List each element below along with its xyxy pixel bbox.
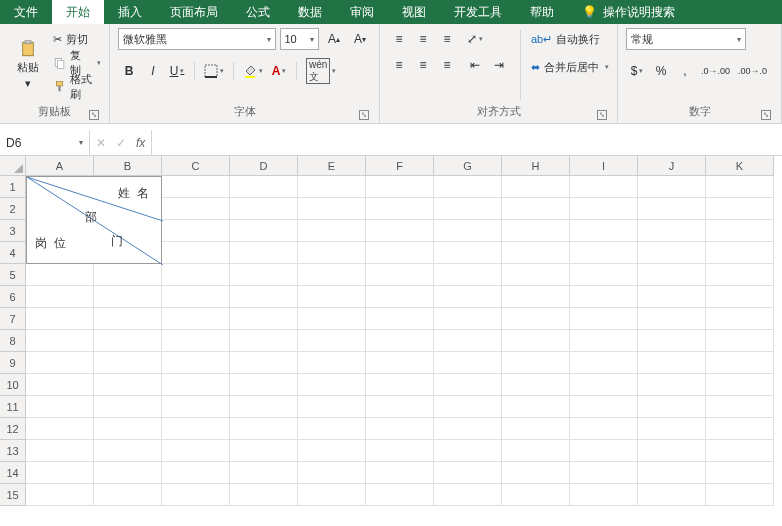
tab-review[interactable]: 审阅 <box>336 0 388 24</box>
cell[interactable] <box>94 484 162 506</box>
cell[interactable] <box>162 220 230 242</box>
col-header[interactable]: A <box>26 156 94 176</box>
cell[interactable] <box>298 396 366 418</box>
orientation-button[interactable]: ⤢▾ <box>464 28 486 50</box>
cell[interactable] <box>570 220 638 242</box>
align-middle-button[interactable]: ≡ <box>412 28 434 50</box>
cell[interactable] <box>26 374 94 396</box>
tell-me[interactable]: 💡操作说明搜索 <box>568 0 689 24</box>
cell[interactable] <box>638 352 706 374</box>
cell[interactable] <box>706 286 774 308</box>
cell[interactable] <box>298 374 366 396</box>
row-header[interactable]: 2 <box>0 198 26 220</box>
cell[interactable] <box>230 374 298 396</box>
cell[interactable] <box>706 352 774 374</box>
cell[interactable] <box>638 264 706 286</box>
cell[interactable] <box>502 396 570 418</box>
cell[interactable] <box>366 220 434 242</box>
cell[interactable] <box>366 286 434 308</box>
cell[interactable] <box>570 440 638 462</box>
cell[interactable] <box>706 440 774 462</box>
tab-formula[interactable]: 公式 <box>232 0 284 24</box>
tab-insert[interactable]: 插入 <box>104 0 156 24</box>
cell[interactable] <box>706 220 774 242</box>
cell[interactable] <box>230 242 298 264</box>
cell[interactable] <box>162 418 230 440</box>
cell[interactable] <box>26 330 94 352</box>
cell[interactable] <box>26 352 94 374</box>
cell[interactable] <box>366 264 434 286</box>
cell[interactable] <box>94 352 162 374</box>
increase-indent-button[interactable]: ⇥ <box>488 54 510 76</box>
underline-button[interactable]: U▾ <box>166 60 188 82</box>
cell[interactable] <box>434 330 502 352</box>
diagonal-header-cell[interactable]: 姓 名 部 门 岗 位 <box>26 176 162 264</box>
cell[interactable] <box>638 220 706 242</box>
cell[interactable] <box>502 198 570 220</box>
cell[interactable] <box>298 308 366 330</box>
cell[interactable] <box>638 308 706 330</box>
tab-view[interactable]: 视图 <box>388 0 440 24</box>
cell[interactable] <box>706 462 774 484</box>
cell[interactable] <box>298 418 366 440</box>
cell[interactable] <box>162 396 230 418</box>
cell[interactable] <box>366 242 434 264</box>
cell[interactable] <box>638 462 706 484</box>
cell[interactable] <box>570 308 638 330</box>
cell[interactable] <box>638 440 706 462</box>
cell[interactable] <box>298 484 366 506</box>
cell[interactable] <box>502 242 570 264</box>
decrease-indent-button[interactable]: ⇤ <box>464 54 486 76</box>
row-header[interactable]: 13 <box>0 440 26 462</box>
decrease-decimal-button[interactable]: .00→.0 <box>735 60 770 82</box>
row-header[interactable]: 15 <box>0 484 26 506</box>
dialog-launcher-icon[interactable]: ⤡ <box>597 110 607 120</box>
phonetic-button[interactable]: wén文▾ <box>303 60 339 82</box>
row-header[interactable]: 11 <box>0 396 26 418</box>
cell[interactable] <box>162 286 230 308</box>
cell[interactable] <box>162 198 230 220</box>
cell[interactable] <box>162 264 230 286</box>
cell[interactable] <box>94 286 162 308</box>
cell[interactable] <box>434 440 502 462</box>
cell[interactable] <box>434 198 502 220</box>
cut-button[interactable]: ✂剪切 <box>53 28 101 50</box>
cell[interactable] <box>366 198 434 220</box>
cell[interactable] <box>94 418 162 440</box>
cell[interactable] <box>26 484 94 506</box>
cell[interactable] <box>434 396 502 418</box>
row-header[interactable]: 6 <box>0 286 26 308</box>
cell[interactable] <box>570 264 638 286</box>
cell[interactable] <box>502 220 570 242</box>
bold-button[interactable]: B <box>118 60 140 82</box>
cell[interactable] <box>706 374 774 396</box>
cell[interactable] <box>706 396 774 418</box>
decrease-font-button[interactable]: A▾ <box>349 28 371 50</box>
paste-button[interactable]: 粘贴 ▾ <box>8 28 47 102</box>
cell[interactable] <box>230 308 298 330</box>
cell[interactable] <box>366 352 434 374</box>
col-header[interactable]: B <box>94 156 162 176</box>
cell[interactable] <box>230 330 298 352</box>
cell[interactable] <box>706 198 774 220</box>
cell[interactable] <box>638 484 706 506</box>
cell[interactable] <box>94 308 162 330</box>
formula-input[interactable] <box>152 130 782 155</box>
cell[interactable] <box>638 242 706 264</box>
cell[interactable] <box>502 484 570 506</box>
align-bottom-button[interactable]: ≡ <box>436 28 458 50</box>
format-painter-button[interactable]: 格式刷 <box>53 76 101 98</box>
cell[interactable] <box>366 462 434 484</box>
cell[interactable] <box>26 396 94 418</box>
cell[interactable] <box>298 352 366 374</box>
cell[interactable] <box>502 264 570 286</box>
cell[interactable] <box>638 330 706 352</box>
cell[interactable] <box>298 440 366 462</box>
cell[interactable] <box>570 418 638 440</box>
cell[interactable] <box>366 396 434 418</box>
enter-icon[interactable]: ✓ <box>116 136 126 150</box>
col-header[interactable]: C <box>162 156 230 176</box>
cell[interactable] <box>502 330 570 352</box>
cell[interactable] <box>434 484 502 506</box>
row-header[interactable]: 4 <box>0 242 26 264</box>
